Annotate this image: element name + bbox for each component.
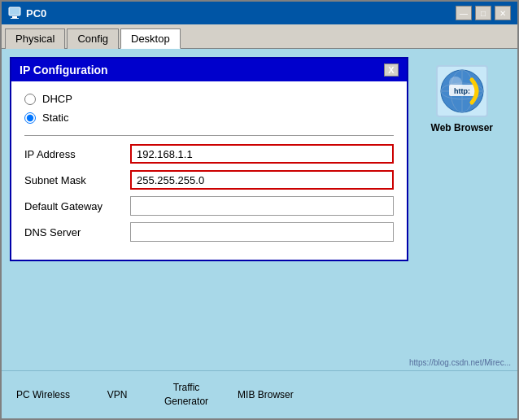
svg-text:http:: http: <box>454 87 470 95</box>
ip-address-input[interactable] <box>130 144 394 164</box>
web-browser-icon[interactable]: http: Web Browser <box>431 65 493 133</box>
bottom-toolbar: PC Wireless VPN TrafficGenerator MIB Bro… <box>2 370 517 418</box>
toolbar-vpn[interactable]: VPN <box>93 386 142 404</box>
tab-config[interactable]: Config <box>67 28 119 49</box>
title-bar: PC0 — □ ✕ <box>2 2 517 24</box>
watermark: https://blog.csdn.net/Mirec... <box>409 358 511 367</box>
app-icon <box>8 7 21 20</box>
divider <box>24 135 394 136</box>
close-button[interactable]: ✕ <box>495 6 511 20</box>
window-title: PC0 <box>26 7 46 20</box>
dns-server-row: DNS Server <box>24 222 394 242</box>
subnet-mask-row: Subnet Mask <box>24 170 394 190</box>
toolbar-mib-browser[interactable]: MIB Browser <box>231 386 300 404</box>
toolbar-pc-wireless[interactable]: PC Wireless <box>10 386 76 404</box>
static-option[interactable]: Static <box>24 112 394 124</box>
ip-config-dialog: IP Configuration X DHCP Static IP Addr <box>10 57 408 261</box>
ip-dialog-body: DHCP Static IP Address Subnet Mask <box>11 81 407 260</box>
ip-dialog-title-bar: IP Configuration X <box>11 59 407 81</box>
main-window: PC0 — □ ✕ Physical Config Desktop IP Con… <box>0 0 519 420</box>
dhcp-label: DHCP <box>42 93 72 105</box>
static-label: Static <box>42 112 69 124</box>
dns-server-label: DNS Server <box>24 226 130 238</box>
svg-rect-1 <box>12 16 17 18</box>
dhcp-radio[interactable] <box>24 94 36 105</box>
subnet-mask-input[interactable] <box>130 170 394 190</box>
default-gateway-label: Default Gateway <box>24 200 130 212</box>
browser-svg-icon: http: <box>439 68 485 114</box>
svg-rect-0 <box>9 7 20 15</box>
ip-address-row: IP Address <box>24 144 394 164</box>
tab-desktop[interactable]: Desktop <box>120 28 181 49</box>
minimize-button[interactable]: — <box>456 6 472 20</box>
title-bar-left: PC0 <box>8 7 46 20</box>
toolbar-traffic-generator[interactable]: TrafficGenerator <box>158 378 215 412</box>
ip-dialog-close-button[interactable]: X <box>384 63 399 77</box>
dns-server-input[interactable] <box>130 222 394 242</box>
static-radio[interactable] <box>24 112 36 124</box>
dhcp-option[interactable]: DHCP <box>24 93 394 105</box>
maximize-button[interactable]: □ <box>475 6 491 20</box>
ip-mode-radio-group: DHCP Static <box>24 93 394 124</box>
browser-image: http: <box>436 65 488 117</box>
web-browser-label: Web Browser <box>431 122 493 133</box>
tab-physical[interactable]: Physical <box>5 28 65 49</box>
tab-bar: Physical Config Desktop <box>2 24 517 49</box>
svg-rect-2 <box>11 18 19 19</box>
ip-dialog-title-text: IP Configuration <box>20 63 108 77</box>
subnet-mask-label: Subnet Mask <box>24 174 130 186</box>
main-content: IP Configuration X DHCP Static IP Addr <box>2 49 517 370</box>
default-gateway-row: Default Gateway <box>24 196 394 216</box>
window-controls: — □ ✕ <box>456 6 511 20</box>
default-gateway-input[interactable] <box>130 196 394 216</box>
ip-address-label: IP Address <box>24 148 130 160</box>
